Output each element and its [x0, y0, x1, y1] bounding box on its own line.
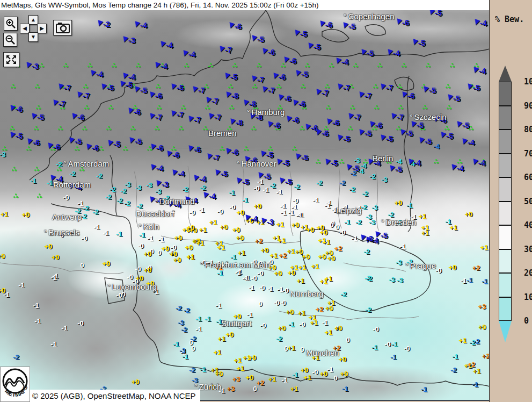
temp-change-value: -2 [369, 173, 376, 181]
temp-change-value: -1 [390, 353, 397, 361]
temp-change-value: -1 [472, 381, 478, 389]
temp-change-value: -2 [182, 185, 188, 193]
temp-change-value: -2 [96, 172, 103, 180]
temp-change-value: -1 [242, 196, 249, 204]
shower-temp-change-value: -6 [149, 91, 162, 100]
fullscreen-button[interactable] [3, 52, 19, 67]
green-precip-symbol-icon [112, 63, 116, 68]
shower-temp-change-value: -2 [97, 19, 110, 28]
shower-temp-change-value: -4 [203, 191, 216, 200]
temp-change-value: +0 [249, 354, 257, 362]
green-precip-symbol-icon [402, 63, 406, 68]
shower-icon [346, 164, 353, 171]
shower-icon [9, 132, 16, 139]
shower-icon [337, 134, 344, 141]
temp-change-value: +1 [304, 374, 312, 382]
shower-icon [119, 81, 126, 88]
temp-change-value: -2 [181, 326, 187, 334]
temp-change-value: -1 [482, 277, 488, 285]
zoom-in-button[interactable] [4, 17, 18, 31]
city-label: °Dresden [381, 218, 416, 227]
legend-tick-label: 70 [524, 148, 532, 158]
city-label: München [306, 348, 339, 357]
temp-change-value: -1 [139, 231, 145, 239]
temp-change-value: -1 [421, 385, 427, 393]
legend-tick-label: 20 [524, 268, 532, 278]
temp-change-value: -3 [369, 218, 375, 226]
shower-icon [461, 138, 468, 145]
shower-icon [193, 175, 200, 182]
shower-icon [326, 118, 333, 125]
shower-temp-change-value: -5 [361, 48, 374, 58]
pan-down-button[interactable]: ▼ [28, 32, 38, 42]
shower-temp-change-value: -7 [380, 83, 393, 92]
shower-icon [229, 118, 236, 125]
green-precip-symbol-icon [34, 167, 39, 171]
legend-segment [499, 154, 512, 178]
shower-icon [295, 70, 302, 77]
shower-icon [324, 159, 331, 166]
green-precip-symbol-icon [13, 193, 18, 198]
green-precip-symbol-icon [397, 84, 402, 89]
zoom-in-icon [5, 18, 16, 29]
green-precip-symbol-icon [83, 84, 88, 89]
city-label: Antwerp [52, 212, 82, 221]
legend-segment [499, 82, 512, 106]
shower-temp-change-value: -4 [336, 57, 348, 66]
shower-icon [100, 83, 107, 90]
shower-icon [76, 91, 83, 98]
shower-icon [304, 124, 311, 131]
shower-temp-change-value: -6 [229, 21, 242, 31]
shower-icon [467, 83, 473, 90]
temp-change-value: -1 [263, 186, 269, 194]
temp-change-value: -1 [173, 340, 179, 348]
temp-change-value: +2 [279, 252, 287, 260]
temp-change-value: +0 [162, 245, 170, 253]
temp-change-value: +1 [421, 229, 429, 237]
green-precip-symbol-icon [184, 63, 189, 68]
city-label: Berlin [373, 154, 393, 163]
zoom-out-button[interactable] [3, 33, 17, 47]
shower-icon [214, 169, 221, 176]
city-marker-icon: ° [344, 12, 347, 21]
legend-cap-top [499, 66, 512, 82]
temp-change-value: -1 [281, 376, 288, 384]
map[interactable]: ▲ ◀ ▶ ▼ °Copenhagen°HamburgBremen°Szczec… [0, 10, 490, 401]
temp-change-value: -1 [296, 211, 302, 219]
temp-change-value: -1 [406, 202, 413, 210]
shower-temp-change-value: -7 [219, 45, 232, 54]
metmaps-logo[interactable]: METMAPS [0, 367, 30, 402]
temp-change-value: +0 [274, 269, 282, 277]
temp-change-value: -0 [253, 184, 260, 192]
shower-icon [407, 159, 414, 166]
legend-cap-bottom [499, 321, 512, 342]
shower-icon [276, 159, 283, 166]
temp-change-value: -1 [327, 365, 333, 374]
legend-tick-label: 90 [524, 101, 532, 110]
temp-change-value: -1 [50, 274, 57, 282]
temp-change-value: +0 [132, 378, 140, 386]
temp-change-value: -1 [229, 189, 235, 197]
temp-change-value: -0 [339, 228, 346, 236]
shower-temp-change-value: -6 [188, 145, 201, 154]
city-label: Bremen [208, 128, 237, 138]
shower-temp-change-value: -4 [160, 40, 173, 49]
shower-temp-change-value: -4 [462, 138, 475, 147]
shower-temp-change-value: -5 [279, 177, 292, 186]
temp-change-value: -3 [371, 204, 378, 212]
city-marker-icon: ° [410, 113, 413, 121]
shower-icon [390, 113, 397, 120]
shower-temp-change-value: -6 [402, 91, 414, 100]
shower-temp-change-value: -7 [391, 112, 404, 121]
shower-icon [68, 137, 75, 144]
city-label: °Luxembourg [107, 282, 157, 291]
green-precip-symbol-icon [301, 84, 305, 89]
temp-change-value: -2 [92, 208, 99, 216]
temp-change-value: +0 [320, 228, 328, 236]
city-label: °Amsterdam [63, 159, 109, 168]
green-precip-symbol-icon [39, 63, 44, 68]
shower-temp-change-value: -5 [295, 69, 308, 78]
pan-right-button[interactable]: ▶ [37, 24, 47, 33]
snapshot-button[interactable] [53, 20, 72, 35]
temp-change-value: +1 [310, 319, 318, 327]
